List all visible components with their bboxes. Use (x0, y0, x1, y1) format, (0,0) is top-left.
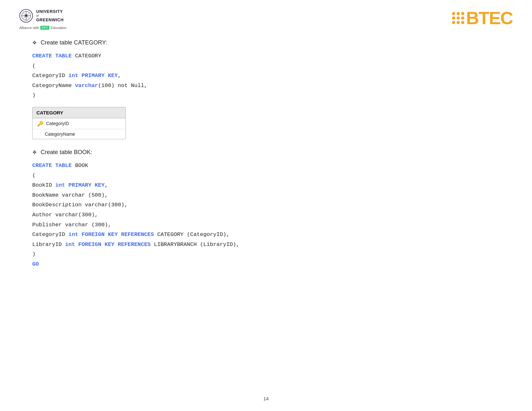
alliance-prefix: Alliance with (19, 26, 39, 30)
sql-plain: CATEGORY (CategoryID), (154, 231, 230, 238)
sql-line: CategoryName varchar(100) not Null, (32, 81, 500, 91)
bullet-category: ❖ Create table CATEGORY: (32, 39, 500, 46)
sql-line: BookDescription varchar(300), (32, 200, 500, 210)
sql-line: CREATE TABLE BOOK (32, 161, 500, 171)
sql-keyword: varchar (75, 83, 98, 89)
sql-keyword-go: GO (32, 261, 39, 267)
sql-keyword: int (68, 73, 78, 79)
university-name: UNIVERSITY of GREENWICH (36, 9, 64, 23)
table-diagram-header: CATEGORY (33, 107, 125, 118)
sql-plain: , (118, 73, 121, 79)
table-diagram-row: CategoryName (33, 129, 125, 139)
btec-dot (461, 21, 464, 24)
sql-keyword: FOREIGN KEY (82, 231, 118, 238)
sql-plain: BOOK (75, 162, 88, 169)
bullet-book: ❖ Create table BOOK: (32, 149, 500, 156)
sql-line: ) (32, 250, 500, 259)
sql-plain: BookID (32, 182, 55, 188)
uni-name-line1: UNIVERSITY (36, 9, 64, 14)
btec-dot (461, 12, 464, 15)
alliance-suffix: Education (51, 26, 66, 30)
table-diagram-category: CATEGORY 🔑 CategoryID CategoryName (32, 107, 126, 139)
sql-plain (118, 231, 121, 238)
page-container: U UNIVERSITY of GREENWICH Alliance with … (0, 0, 532, 411)
pk-icon: 🔑 (37, 121, 44, 127)
btec-dot-row-1 (452, 12, 464, 15)
sql-plain: LIBRARYBRANCH (LibraryID), (151, 241, 239, 248)
bullet-icon: ❖ (32, 40, 37, 46)
sql-keyword: CREATE TABLE (32, 162, 72, 169)
btec-dot-row-3 (452, 21, 464, 24)
sql-line: BookID int PRIMARY KEY, (32, 181, 500, 191)
alliance-line: Alliance with FPT Education (19, 26, 66, 30)
bullet-label-category: Create table CATEGORY: (41, 39, 107, 46)
sql-plain (75, 241, 78, 248)
sql-keyword: FOREIGN KEY (78, 241, 114, 248)
btec-dot (457, 16, 460, 20)
university-logo: U UNIVERSITY of GREENWICH (19, 9, 66, 23)
sql-plain (78, 231, 82, 238)
bullet-label-book: Create table BOOK: (41, 149, 92, 156)
btec-dot (461, 16, 464, 20)
sql-plain (78, 73, 82, 79)
btec-dot-row-2 (452, 16, 464, 20)
sql-keyword: int (65, 241, 75, 248)
sql-line: BookName varchar (500), (32, 191, 500, 201)
crest-icon: U (19, 9, 33, 23)
btec-dot (452, 12, 455, 15)
page-number: 14 (263, 396, 269, 401)
sql-line: Author varchar(300), (32, 210, 500, 220)
sql-keyword: int (68, 231, 78, 238)
sql-plain (114, 241, 118, 248)
table-diagram-row-pk: 🔑 CategoryID (33, 118, 125, 129)
sql-line: CategoryID int FOREIGN KEY REFERENCES CA… (32, 230, 500, 240)
field-categoryname: CategoryName (45, 132, 75, 137)
sql-plain: CategoryID (32, 231, 68, 238)
sql-line: CategoryID int PRIMARY KEY, (32, 71, 500, 81)
header: U UNIVERSITY of GREENWICH Alliance with … (0, 0, 532, 30)
sql-keyword: int (55, 182, 65, 188)
btec-dot (457, 21, 460, 24)
sql-plain: LibraryID (32, 241, 65, 248)
sql-keyword: REFERENCES (121, 231, 154, 238)
sql-plain: CategoryName (32, 83, 75, 89)
sql-keyword: REFERENCES (118, 241, 151, 248)
sql-block-book: CREATE TABLE BOOK ( BookID int PRIMARY K… (32, 161, 500, 269)
btec-logo: BTEC (452, 9, 513, 27)
sql-plain: (100) not Null, (98, 83, 147, 89)
sql-keyword: CREATE TABLE (32, 53, 72, 59)
sql-line: CREATE TABLE CATEGORY (32, 51, 500, 61)
sql-line: ( (32, 171, 500, 181)
bullet-icon-2: ❖ (32, 149, 37, 155)
sql-plain: CategoryID (32, 73, 68, 79)
sql-line: Publisher varchar (300), (32, 220, 500, 230)
field-categoryid: CategoryID (46, 121, 69, 126)
sql-line: LibraryID int FOREIGN KEY REFERENCES LIB… (32, 240, 500, 250)
sql-line: ) (32, 91, 500, 101)
sql-plain (65, 182, 68, 188)
sql-keyword: PRIMARY KEY (82, 73, 118, 79)
btec-text: BTEC (466, 9, 513, 27)
sql-block-category: CREATE TABLE CATEGORY ( CategoryID int P… (32, 51, 500, 101)
btec-dot (452, 16, 455, 20)
fpt-badge: FPT (40, 26, 49, 30)
btec-dot (457, 12, 460, 15)
sql-line: GO (32, 259, 500, 269)
sql-plain: , (104, 182, 108, 188)
uni-name-of: of (36, 14, 64, 18)
svg-text:U: U (25, 15, 27, 17)
uni-name-line2: GREENWICH (36, 17, 64, 23)
logo-left: U UNIVERSITY of GREENWICH Alliance with … (19, 9, 66, 30)
sql-keyword: PRIMARY KEY (68, 182, 104, 188)
btec-dots (452, 12, 464, 24)
sql-line: ( (32, 61, 500, 71)
btec-dot (452, 21, 455, 24)
main-content: ❖ Create table CATEGORY: CREATE TABLE CA… (0, 30, 532, 289)
sql-plain: CATEGORY (75, 53, 102, 59)
